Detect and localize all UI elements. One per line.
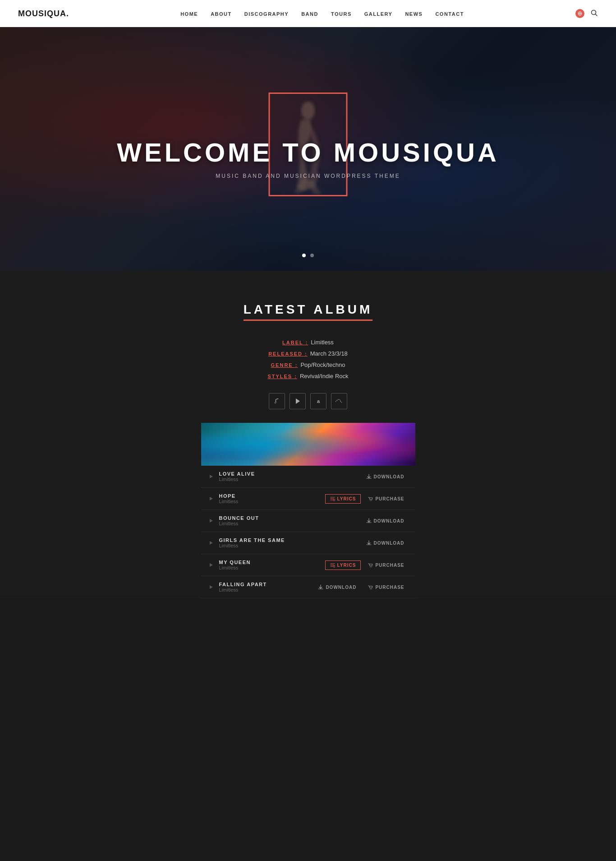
svg-marker-7 bbox=[210, 475, 213, 478]
nav-item-gallery[interactable]: GALLERY bbox=[364, 9, 393, 18]
track-play-button[interactable] bbox=[207, 495, 215, 502]
search-svg bbox=[591, 9, 598, 17]
purchase-button[interactable]: PURCHASE bbox=[363, 495, 409, 503]
social-icon[interactable] bbox=[575, 9, 584, 18]
search-icon[interactable] bbox=[591, 9, 598, 18]
nav-item-discography[interactable]: DISCOGRAPHY bbox=[244, 9, 289, 18]
svg-point-9 bbox=[333, 499, 335, 501]
track-name: MY QUEEN bbox=[219, 560, 251, 565]
svg-point-17 bbox=[372, 566, 372, 567]
track-play-button[interactable] bbox=[207, 583, 215, 591]
hero-content: WELCOME TO MOUSIQUA MUSIC BAND AND MUSIC… bbox=[117, 137, 499, 179]
track-actions: LYRICS PURCHASE bbox=[325, 494, 409, 504]
track-album: Limitless bbox=[219, 477, 255, 482]
track-name: HOPE bbox=[219, 493, 239, 499]
section-title-wrap: LATEST ALBUM bbox=[0, 302, 616, 321]
hero-title: WELCOME TO MOUSIQUA bbox=[117, 137, 499, 167]
svg-marker-12 bbox=[210, 519, 213, 523]
track-play-button[interactable] bbox=[207, 561, 215, 569]
svg-point-20 bbox=[372, 588, 372, 589]
svg-marker-18 bbox=[210, 585, 213, 589]
album-section: LATEST ALBUM LABEL : Limitless RELEASED … bbox=[0, 271, 616, 598]
track-album: Limitless bbox=[219, 587, 267, 593]
track-item: GIRLS ARE THE SAME Limitless DOWNLOAD bbox=[201, 532, 415, 554]
genre-key: GENRE : bbox=[271, 362, 298, 368]
download-button[interactable]: DOWNLOAD bbox=[362, 538, 409, 547]
genre-value: Pop/Rock/techno bbox=[300, 361, 345, 368]
label-key: LABEL : bbox=[282, 340, 308, 345]
track-left: LOVE ALIVE Limitless bbox=[207, 471, 255, 482]
nav-menu: HOME ABOUT DISCOGRAPHY BAND TOURS GALLER… bbox=[180, 9, 464, 18]
svg-marker-8 bbox=[210, 497, 213, 500]
track-album: Limitless bbox=[219, 521, 259, 526]
download-button[interactable]: DOWNLOAD bbox=[313, 583, 361, 592]
nav-item-band[interactable]: BAND bbox=[301, 9, 318, 18]
track-info: GIRLS ARE THE SAME Limitless bbox=[219, 537, 285, 548]
track-item: BOUNCE OUT Limitless DOWNLOAD bbox=[201, 510, 415, 532]
label-value: Limitless bbox=[311, 339, 334, 346]
download-button[interactable]: DOWNLOAD bbox=[362, 516, 409, 525]
track-left: HOPE Limitless bbox=[207, 493, 239, 504]
play-icon[interactable] bbox=[290, 393, 306, 409]
track-item: LOVE ALIVE Limitless DOWNLOAD bbox=[201, 466, 415, 488]
streaming-icons: a bbox=[0, 393, 616, 409]
svg-point-15 bbox=[333, 565, 335, 567]
released-key: RELEASED : bbox=[268, 351, 308, 356]
soundcloud-icon[interactable] bbox=[331, 393, 347, 409]
section-title: LATEST ALBUM bbox=[244, 302, 373, 321]
download-button[interactable]: DOWNLOAD bbox=[362, 472, 409, 481]
track-item: FALLING APART Limitless DOWNLOAD PURCHAS… bbox=[201, 576, 415, 598]
nav-item-about[interactable]: ABOUT bbox=[211, 9, 232, 18]
track-list: LOVE ALIVE Limitless DOWNLOAD HOPE Limit bbox=[201, 466, 415, 598]
amazon-icon-text: a bbox=[317, 398, 320, 404]
track-album: Limitless bbox=[219, 543, 285, 548]
svg-point-19 bbox=[370, 588, 371, 589]
track-item: HOPE Limitless LYRICS PURCHASE bbox=[201, 488, 415, 510]
purchase-button[interactable]: PURCHASE bbox=[363, 583, 409, 592]
track-play-button[interactable] bbox=[207, 473, 215, 480]
navbar: MOUSIQUA. HOME ABOUT DISCOGRAPHY BAND TO… bbox=[0, 0, 616, 27]
navbar-icons bbox=[575, 9, 598, 18]
track-left: MY QUEEN Limitless bbox=[207, 560, 251, 570]
track-name: FALLING APART bbox=[219, 582, 267, 587]
site-logo[interactable]: MOUSIQUA. bbox=[18, 9, 69, 19]
track-play-button[interactable] bbox=[207, 517, 215, 524]
album-styles-row: STYLES : Revival/Indie Rock bbox=[267, 373, 348, 380]
nav-item-contact[interactable]: CONTACT bbox=[435, 9, 464, 18]
hero-section: WELCOME TO MOUSIQUA MUSIC BAND AND MUSIC… bbox=[0, 27, 616, 271]
track-info: BOUNCE OUT Limitless bbox=[219, 515, 259, 526]
amazon-icon[interactable]: a bbox=[310, 393, 326, 409]
svg-marker-13 bbox=[210, 541, 213, 545]
nav-item-news[interactable]: NEWS bbox=[405, 9, 423, 18]
svg-point-16 bbox=[370, 566, 371, 567]
track-actions: DOWNLOAD bbox=[362, 472, 409, 481]
released-value: March 23/3/18 bbox=[310, 350, 348, 357]
track-name: BOUNCE OUT bbox=[219, 515, 259, 521]
lyrics-button[interactable]: LYRICS bbox=[325, 494, 361, 504]
svg-line-4 bbox=[596, 14, 598, 16]
track-info: LOVE ALIVE Limitless bbox=[219, 471, 255, 482]
album-banner-inner bbox=[201, 423, 415, 466]
track-play-button[interactable] bbox=[207, 539, 215, 546]
album-banner bbox=[201, 423, 415, 466]
styles-key: STYLES : bbox=[267, 374, 297, 379]
nav-item-home[interactable]: HOME bbox=[180, 9, 198, 18]
svg-marker-14 bbox=[210, 563, 213, 567]
purchase-button[interactable]: PURCHASE bbox=[363, 561, 409, 569]
track-item: MY QUEEN Limitless LYRICS PURCHASE bbox=[201, 554, 415, 576]
hero-subtitle: MUSIC BAND AND MUSICIAN WORDPRESS THEME bbox=[117, 173, 499, 179]
track-name: GIRLS ARE THE SAME bbox=[219, 537, 285, 543]
track-actions: DOWNLOAD bbox=[362, 516, 409, 525]
lyrics-button[interactable]: LYRICS bbox=[325, 560, 361, 570]
hero-dots bbox=[302, 254, 314, 257]
hero-dot-2[interactable] bbox=[310, 254, 314, 257]
hero-dot-1[interactable] bbox=[302, 254, 306, 257]
svg-marker-6 bbox=[296, 398, 300, 404]
track-info: FALLING APART Limitless bbox=[219, 582, 267, 593]
track-info: MY QUEEN Limitless bbox=[219, 560, 251, 570]
styles-value: Revival/Indie Rock bbox=[300, 373, 349, 380]
nav-item-tours[interactable]: TOURS bbox=[331, 9, 352, 18]
track-actions: DOWNLOAD PURCHASE bbox=[313, 583, 409, 592]
svg-point-10 bbox=[370, 500, 371, 500]
apple-music-icon[interactable] bbox=[269, 393, 285, 409]
